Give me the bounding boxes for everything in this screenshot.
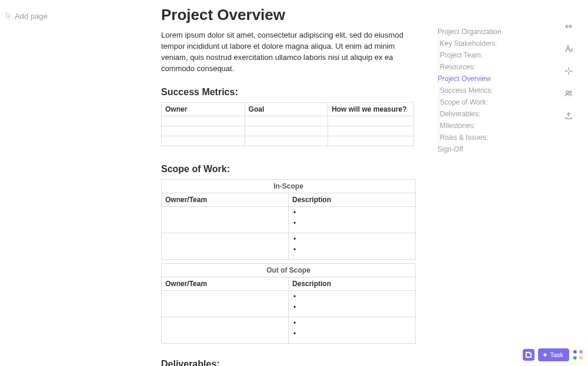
in-scope-banner: In-Scope xyxy=(162,180,416,193)
scope-heading: Scope of Work: xyxy=(161,164,416,174)
outline-item[interactable]: Milestones: xyxy=(439,120,549,132)
share-icon[interactable] xyxy=(563,110,574,121)
table-row[interactable] xyxy=(162,317,416,344)
intro-paragraph: Lorem ipsum dolor sit amet, consectetur … xyxy=(161,30,416,74)
out-scope-table[interactable]: Out of Scope Owner/Team Description xyxy=(161,263,416,344)
svg-point-1 xyxy=(569,91,571,93)
outline-item[interactable]: Resources: xyxy=(439,61,549,73)
table-row[interactable] xyxy=(162,116,414,126)
col-description-2: Description xyxy=(292,280,331,288)
sparkle-icon[interactable] xyxy=(563,66,574,76)
col-measure: How will we measure? xyxy=(332,105,406,113)
col-goal: Goal xyxy=(249,105,265,113)
table-row[interactable] xyxy=(162,291,416,317)
page-plus-icon xyxy=(5,12,11,21)
svg-rect-2 xyxy=(573,350,576,353)
outline-item-active[interactable]: Project Overview xyxy=(437,73,549,85)
out-scope-banner: Out of Scope xyxy=(162,264,416,277)
document-outline: Project Organization Key Stakeholders: P… xyxy=(416,0,549,366)
expand-icon[interactable] xyxy=(563,21,574,32)
table-row[interactable] xyxy=(162,136,414,146)
document-body[interactable]: Project Overview Lorem ipsum dolor sit a… xyxy=(161,0,416,366)
people-icon[interactable] xyxy=(563,88,574,99)
table-row[interactable] xyxy=(162,207,416,233)
table-row[interactable] xyxy=(162,126,414,136)
outline-item[interactable]: Risks & Issues: xyxy=(439,132,549,143)
table-row[interactable] xyxy=(162,233,416,260)
outline-item[interactable]: Scope of Work: xyxy=(439,96,549,108)
svg-point-0 xyxy=(566,91,568,93)
add-page-label: Add page xyxy=(15,12,48,21)
tool-rail xyxy=(549,0,588,366)
note-fab[interactable] xyxy=(523,349,534,361)
grid-icon xyxy=(573,350,583,360)
outline-item[interactable]: Sign-Off xyxy=(437,143,549,155)
success-metrics-heading: Success Metrics: xyxy=(161,87,416,98)
col-description: Description xyxy=(292,196,331,204)
apps-grid-button[interactable] xyxy=(573,350,583,360)
outline-item[interactable]: Project Organization xyxy=(437,26,549,38)
outline-item[interactable]: Success Metrics: xyxy=(439,85,549,96)
svg-rect-4 xyxy=(573,357,576,360)
in-scope-table[interactable]: In-Scope Owner/Team Description xyxy=(161,179,416,260)
svg-rect-5 xyxy=(580,357,583,360)
col-owner: Owner xyxy=(165,105,187,113)
task-button-label: Task xyxy=(550,351,563,358)
col-owner-team: Owner/Team xyxy=(165,196,207,204)
add-page-button[interactable]: Add page xyxy=(5,12,48,21)
outline-item[interactable]: Key Stakeholders: xyxy=(439,38,549,49)
outline-item[interactable]: Deliverables: xyxy=(439,108,549,120)
svg-rect-3 xyxy=(580,350,583,353)
task-button[interactable]: Task xyxy=(538,348,569,361)
plus-icon xyxy=(543,352,547,357)
success-metrics-table[interactable]: Owner Goal How will we measure? xyxy=(161,102,414,146)
page-title: Project Overview xyxy=(161,6,416,24)
outline-item[interactable]: Project Team: xyxy=(439,49,549,61)
typography-icon[interactable] xyxy=(563,43,574,54)
col-owner-team-2: Owner/Team xyxy=(165,280,207,288)
deliverables-heading: Deliverables: xyxy=(161,359,416,366)
